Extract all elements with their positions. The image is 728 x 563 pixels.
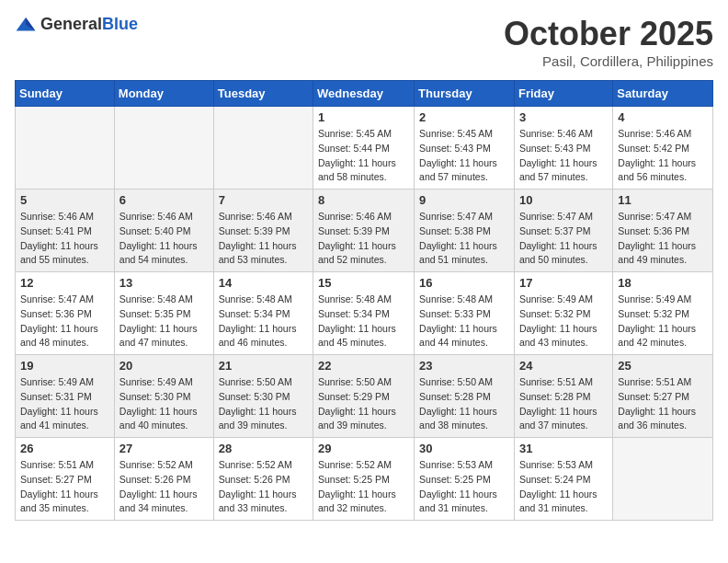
- calendar-cell: 12Sunrise: 5:47 AM Sunset: 5:36 PM Dayli…: [16, 272, 115, 355]
- logo-blue-text: Blue: [102, 15, 138, 33]
- calendar-cell: 2Sunrise: 5:45 AM Sunset: 5:43 PM Daylig…: [415, 107, 515, 190]
- calendar-cell: 8Sunrise: 5:46 AM Sunset: 5:39 PM Daylig…: [313, 190, 415, 272]
- day-header-sunday: Sunday: [16, 81, 115, 107]
- day-number: 27: [119, 442, 209, 455]
- day-info: Sunrise: 5:51 AM Sunset: 5:27 PM Dayligh…: [20, 458, 109, 516]
- day-info: Sunrise: 5:49 AM Sunset: 5:31 PM Dayligh…: [20, 375, 109, 433]
- day-number: 20: [119, 359, 209, 373]
- calendar-cell: 15Sunrise: 5:48 AM Sunset: 5:34 PM Dayli…: [313, 272, 415, 355]
- day-info: Sunrise: 5:52 AM Sunset: 5:26 PM Dayligh…: [219, 458, 308, 516]
- calendar-cell: 20Sunrise: 5:49 AM Sunset: 5:30 PM Dayli…: [114, 355, 213, 438]
- calendar-cell: 29Sunrise: 5:52 AM Sunset: 5:25 PM Dayli…: [313, 438, 415, 521]
- calendar-cell: 18Sunrise: 5:49 AM Sunset: 5:32 PM Dayli…: [613, 272, 713, 355]
- day-info: Sunrise: 5:50 AM Sunset: 5:30 PM Dayligh…: [219, 375, 308, 433]
- calendar-cell: 24Sunrise: 5:51 AM Sunset: 5:28 PM Dayli…: [514, 355, 612, 438]
- day-header-tuesday: Tuesday: [213, 81, 313, 107]
- day-info: Sunrise: 5:49 AM Sunset: 5:32 PM Dayligh…: [618, 293, 708, 350]
- day-number: 23: [419, 359, 509, 373]
- day-info: Sunrise: 5:47 AM Sunset: 5:38 PM Dayligh…: [419, 210, 509, 268]
- day-number: 19: [20, 359, 109, 373]
- day-number: 22: [318, 359, 409, 373]
- logo-icon: [15, 16, 37, 34]
- day-info: Sunrise: 5:51 AM Sunset: 5:27 PM Dayligh…: [618, 375, 708, 433]
- calendar-cell: 10Sunrise: 5:47 AM Sunset: 5:37 PM Dayli…: [514, 190, 612, 272]
- day-info: Sunrise: 5:49 AM Sunset: 5:32 PM Dayligh…: [519, 293, 608, 350]
- day-number: 7: [219, 193, 308, 207]
- day-info: Sunrise: 5:50 AM Sunset: 5:29 PM Dayligh…: [318, 375, 409, 433]
- calendar-cell: 5Sunrise: 5:46 AM Sunset: 5:41 PM Daylig…: [16, 190, 115, 272]
- logo-general-text: General: [40, 15, 102, 33]
- day-number: 5: [20, 193, 109, 207]
- day-number: 21: [219, 359, 308, 373]
- day-info: Sunrise: 5:51 AM Sunset: 5:28 PM Dayligh…: [519, 375, 608, 433]
- day-number: 24: [519, 359, 608, 373]
- day-number: 6: [119, 193, 209, 207]
- calendar-cell: [213, 107, 313, 190]
- calendar-cell: [613, 438, 713, 521]
- calendar-cell: 22Sunrise: 5:50 AM Sunset: 5:29 PM Dayli…: [313, 355, 415, 438]
- calendar-cell: 17Sunrise: 5:49 AM Sunset: 5:32 PM Dayli…: [514, 272, 612, 355]
- calendar-cell: 6Sunrise: 5:46 AM Sunset: 5:40 PM Daylig…: [114, 190, 213, 272]
- day-info: Sunrise: 5:48 AM Sunset: 5:35 PM Dayligh…: [119, 293, 209, 350]
- calendar-cell: 31Sunrise: 5:53 AM Sunset: 5:24 PM Dayli…: [514, 438, 612, 521]
- day-info: Sunrise: 5:48 AM Sunset: 5:34 PM Dayligh…: [318, 293, 409, 350]
- day-header-thursday: Thursday: [415, 81, 515, 107]
- day-info: Sunrise: 5:47 AM Sunset: 5:37 PM Dayligh…: [519, 210, 608, 268]
- day-info: Sunrise: 5:46 AM Sunset: 5:39 PM Dayligh…: [219, 210, 308, 268]
- day-number: 29: [318, 442, 409, 455]
- day-info: Sunrise: 5:53 AM Sunset: 5:25 PM Dayligh…: [419, 458, 509, 516]
- day-info: Sunrise: 5:47 AM Sunset: 5:36 PM Dayligh…: [20, 293, 109, 350]
- calendar-cell: 13Sunrise: 5:48 AM Sunset: 5:35 PM Dayli…: [114, 272, 213, 355]
- calendar-cell: 30Sunrise: 5:53 AM Sunset: 5:25 PM Dayli…: [415, 438, 515, 521]
- calendar-cell: 23Sunrise: 5:50 AM Sunset: 5:28 PM Dayli…: [415, 355, 515, 438]
- calendar-cell: 7Sunrise: 5:46 AM Sunset: 5:39 PM Daylig…: [213, 190, 313, 272]
- calendar-cell: 14Sunrise: 5:48 AM Sunset: 5:34 PM Dayli…: [213, 272, 313, 355]
- day-info: Sunrise: 5:49 AM Sunset: 5:30 PM Dayligh…: [119, 375, 209, 433]
- day-info: Sunrise: 5:50 AM Sunset: 5:28 PM Dayligh…: [419, 375, 509, 433]
- calendar-week-row: 19Sunrise: 5:49 AM Sunset: 5:31 PM Dayli…: [16, 355, 713, 438]
- calendar-week-row: 26Sunrise: 5:51 AM Sunset: 5:27 PM Dayli…: [16, 438, 713, 521]
- calendar-table: SundayMondayTuesdayWednesdayThursdayFrid…: [15, 80, 713, 521]
- logo: GeneralBlue: [15, 15, 138, 34]
- day-number: 9: [419, 193, 509, 207]
- calendar-cell: 28Sunrise: 5:52 AM Sunset: 5:26 PM Dayli…: [213, 438, 313, 521]
- day-info: Sunrise: 5:48 AM Sunset: 5:34 PM Dayligh…: [219, 293, 308, 350]
- day-info: Sunrise: 5:46 AM Sunset: 5:40 PM Dayligh…: [119, 210, 209, 268]
- day-number: 15: [318, 276, 409, 290]
- calendar-cell: 27Sunrise: 5:52 AM Sunset: 5:26 PM Dayli…: [114, 438, 213, 521]
- calendar-cell: [114, 107, 213, 190]
- day-number: 12: [20, 276, 109, 290]
- calendar-cell: 1Sunrise: 5:45 AM Sunset: 5:44 PM Daylig…: [313, 107, 415, 190]
- calendar-cell: 4Sunrise: 5:46 AM Sunset: 5:42 PM Daylig…: [613, 107, 713, 190]
- day-number: 13: [119, 276, 209, 290]
- day-header-monday: Monday: [114, 81, 213, 107]
- calendar-cell: 9Sunrise: 5:47 AM Sunset: 5:38 PM Daylig…: [415, 190, 515, 272]
- day-number: 26: [20, 442, 109, 455]
- day-info: Sunrise: 5:52 AM Sunset: 5:26 PM Dayligh…: [119, 458, 209, 516]
- day-info: Sunrise: 5:48 AM Sunset: 5:33 PM Dayligh…: [419, 293, 509, 350]
- day-number: 11: [618, 193, 708, 207]
- day-header-saturday: Saturday: [613, 81, 713, 107]
- day-number: 8: [318, 193, 409, 207]
- day-info: Sunrise: 5:46 AM Sunset: 5:42 PM Dayligh…: [618, 127, 708, 185]
- day-number: 3: [519, 110, 608, 124]
- day-number: 25: [618, 359, 708, 373]
- calendar-cell: [16, 107, 115, 190]
- calendar-cell: 3Sunrise: 5:46 AM Sunset: 5:43 PM Daylig…: [514, 107, 612, 190]
- calendar-cell: 26Sunrise: 5:51 AM Sunset: 5:27 PM Dayli…: [16, 438, 115, 521]
- day-number: 2: [419, 110, 509, 124]
- calendar-cell: 16Sunrise: 5:48 AM Sunset: 5:33 PM Dayli…: [415, 272, 515, 355]
- day-info: Sunrise: 5:45 AM Sunset: 5:43 PM Dayligh…: [419, 127, 509, 185]
- calendar-cell: 11Sunrise: 5:47 AM Sunset: 5:36 PM Dayli…: [613, 190, 713, 272]
- calendar-cell: 19Sunrise: 5:49 AM Sunset: 5:31 PM Dayli…: [16, 355, 115, 438]
- month-title: October 2025: [504, 15, 713, 53]
- day-header-wednesday: Wednesday: [313, 81, 415, 107]
- calendar-week-row: 12Sunrise: 5:47 AM Sunset: 5:36 PM Dayli…: [16, 272, 713, 355]
- calendar-header-row: SundayMondayTuesdayWednesdayThursdayFrid…: [16, 81, 713, 107]
- calendar-week-row: 1Sunrise: 5:45 AM Sunset: 5:44 PM Daylig…: [16, 107, 713, 190]
- calendar-cell: 25Sunrise: 5:51 AM Sunset: 5:27 PM Dayli…: [613, 355, 713, 438]
- day-info: Sunrise: 5:46 AM Sunset: 5:39 PM Dayligh…: [318, 210, 409, 268]
- day-header-friday: Friday: [514, 81, 612, 107]
- day-number: 17: [519, 276, 608, 290]
- day-number: 16: [419, 276, 509, 290]
